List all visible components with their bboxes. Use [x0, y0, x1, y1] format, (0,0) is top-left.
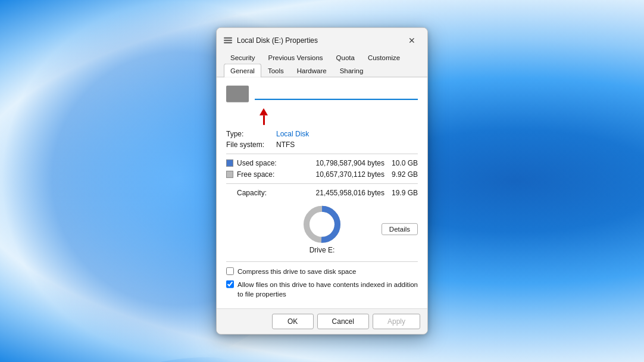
chart-area: Drive E: [303, 205, 341, 254]
capacity-bytes: 21,455,958,016 bytes [279, 189, 384, 197]
dialog-body: Type: Local Disk File system: NTFS Used … [217, 77, 427, 308]
free-color-box [226, 171, 233, 178]
cancel-button[interactable]: Cancel [317, 314, 369, 329]
close-button[interactable]: ✕ [404, 34, 420, 47]
arrow-indicator [260, 108, 268, 125]
filesystem-row: File system: NTFS [226, 141, 418, 149]
drive-header [226, 86, 418, 102]
free-space-gb: 9.92 GB [388, 170, 418, 179]
dialog-title: Local Disk (E:) Properties [237, 36, 318, 45]
capacity-label: Capacity: [237, 189, 276, 197]
divider-2 [226, 183, 418, 184]
capacity-gb: 19.9 GB [388, 189, 418, 197]
tab-security[interactable]: Security [224, 51, 262, 64]
tab-tools[interactable]: Tools [261, 64, 290, 77]
tab-customize[interactable]: Customize [361, 51, 407, 64]
used-color-box [226, 160, 233, 167]
tab-general[interactable]: General [224, 64, 261, 77]
type-value: Local Disk [276, 130, 309, 138]
dialog-footer: OK Cancel Apply [217, 308, 427, 334]
filesystem-label: File system: [226, 141, 274, 149]
index-checkbox[interactable] [226, 280, 234, 288]
title-bar: Local Disk (E:) Properties ✕ [217, 28, 427, 51]
used-space-bytes: 10,798,587,904 bytes [283, 159, 384, 167]
properties-dialog: Local Disk (E:) Properties ✕ Security Pr… [216, 27, 428, 335]
capacity-row: Capacity: 21,455,958,016 bytes 19.9 GB [226, 189, 418, 197]
divider-1 [226, 154, 418, 154]
tabs-row-2: General Tools Hardware Sharing [217, 64, 427, 77]
chart-row: Drive E: Details [226, 202, 418, 257]
window-icon [224, 38, 232, 43]
free-space-bytes: 10,657,370,112 bytes [283, 170, 384, 179]
type-row: Type: Local Disk [226, 130, 418, 138]
checkbox-index-row: Allow files on this drive to have conten… [226, 280, 418, 299]
tab-previous-versions[interactable]: Previous Versions [262, 51, 330, 64]
filesystem-value: NTFS [276, 141, 295, 149]
drive-label-below: Drive E: [310, 246, 335, 254]
apply-button[interactable]: Apply [373, 314, 420, 329]
section-divider [226, 261, 418, 262]
drive-label-input[interactable] [255, 88, 418, 100]
used-space-gb: 10.0 GB [388, 159, 418, 167]
details-button[interactable]: Details [382, 223, 418, 235]
used-space-label: Used space: [237, 159, 280, 167]
donut-chart [303, 205, 341, 244]
compress-checkbox[interactable] [226, 267, 234, 275]
tab-sharing[interactable]: Sharing [333, 64, 370, 77]
free-space-row: Free space: 10,657,370,112 bytes 9.92 GB [226, 170, 418, 179]
tabs-row-1: Security Previous Versions Quota Customi… [217, 51, 427, 64]
checkbox-compress-row: Compress this drive to save disk space [226, 267, 418, 276]
compress-label[interactable]: Compress this drive to save disk space [237, 267, 356, 276]
free-space-label: Free space: [237, 170, 280, 179]
type-label: Type: [226, 130, 274, 138]
tab-quota[interactable]: Quota [330, 51, 361, 64]
ok-button[interactable]: OK [272, 314, 314, 329]
tab-hardware[interactable]: Hardware [290, 64, 333, 77]
used-space-row: Used space: 10,798,587,904 bytes 10.0 GB [226, 159, 418, 167]
index-label[interactable]: Allow files on this drive to have conten… [237, 280, 418, 299]
drive-icon [226, 86, 249, 102]
